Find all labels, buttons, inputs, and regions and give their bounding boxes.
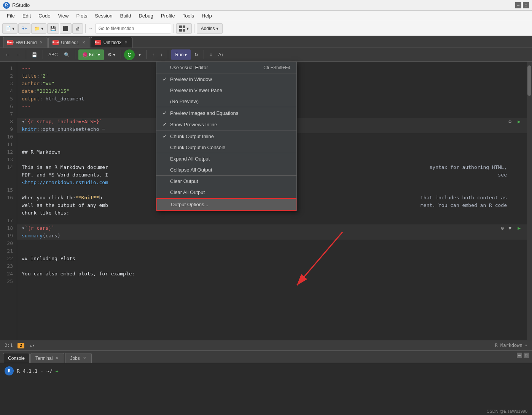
- minimize-bottom-icon[interactable]: ─: [517, 353, 522, 358]
- rmd-icon-hw1: Rmd: [7, 40, 13, 45]
- menu-item-preview-window[interactable]: ✓ Preview in Window: [156, 73, 296, 85]
- knit-label: Knit: [89, 52, 97, 57]
- go-down-button[interactable]: ↓: [158, 49, 165, 60]
- vertical-scrollbar[interactable]: [527, 62, 532, 350]
- open-file-button[interactable]: 📁▾: [31, 23, 46, 34]
- chunk18-gear-icon[interactable]: ⚙: [501, 224, 504, 232]
- tab-untitled1-label: Untitled1: [61, 40, 79, 45]
- menu-help[interactable]: Help: [198, 12, 216, 19]
- goto-input[interactable]: [95, 24, 171, 33]
- save-all-button[interactable]: ⬛: [60, 23, 72, 34]
- terminal-tab-close[interactable]: ✕: [55, 356, 59, 361]
- menu-item-output-options[interactable]: Output Options...: [156, 198, 296, 211]
- settings-gear-icon: ⚙: [108, 52, 112, 57]
- print-button[interactable]: 🖨: [72, 23, 83, 34]
- knit-button[interactable]: 🧶 Knit ▾: [78, 49, 104, 60]
- menu-view[interactable]: View: [54, 12, 72, 19]
- new-project-icon: R+: [21, 26, 27, 31]
- menu-plots[interactable]: Plots: [72, 12, 91, 19]
- find-button[interactable]: 🔍: [62, 49, 72, 60]
- toolbar-separator-3: [194, 24, 194, 33]
- forward-button[interactable]: →: [14, 49, 23, 60]
- editor-toolbar: ← → 💾 ABC 🔍 🧶 Knit ▾ ⚙ ▾ C ▾ ↑ ↓ Run ▾ ↻: [0, 48, 532, 62]
- code-line-24: You can also embed plots, for example:: [22, 270, 522, 278]
- minimize-editor-icon[interactable]: ─: [515, 2, 521, 8]
- menu-label-chunk-output-inline: Chunk Output Inline: [170, 134, 214, 139]
- tab-untitled1[interactable]: Rmd Untitled1 ✕: [48, 37, 90, 48]
- r-console-icon: R: [5, 366, 14, 375]
- bottom-tab-bar: Console Terminal ✕ Jobs ✕ ─ □: [0, 351, 532, 363]
- new-file-button[interactable]: 📄▾: [2, 23, 18, 34]
- menu-item-collapse-all[interactable]: Collapse All Output: [156, 164, 296, 175]
- settings-button[interactable]: ⚙ ▾: [105, 49, 118, 60]
- spellcheck-button[interactable]: ABC: [46, 49, 60, 60]
- menu-item-use-visual-editor[interactable]: Use Visual Editor Ctrl+Shift+F4: [156, 62, 296, 73]
- lines-button[interactable]: ≡: [207, 49, 214, 60]
- bottom-panel: Console Terminal ✕ Jobs ✕ ─ □ R R 4.1.1 …: [0, 350, 532, 415]
- rerun-button[interactable]: ↻: [192, 49, 201, 60]
- console-content: R R 4.1.1 · ~/ →: [0, 363, 532, 378]
- menu-item-preview-viewer-pane[interactable]: Preview in Viewer Pane: [156, 85, 296, 96]
- language-chevron-icon[interactable]: ▾: [525, 343, 527, 348]
- menu-tools[interactable]: Tools: [179, 12, 198, 19]
- new-project-button[interactable]: R+: [18, 23, 30, 34]
- menu-item-clear-all-output[interactable]: Clear All Output: [156, 187, 296, 198]
- maximize-bottom-icon[interactable]: □: [524, 353, 529, 358]
- menu-item-show-previews-inline[interactable]: ✓ Show Previews Inline: [156, 119, 296, 130]
- menu-session[interactable]: Session: [91, 12, 116, 19]
- menu-file[interactable]: File: [3, 12, 19, 19]
- save-button[interactable]: 💾: [47, 23, 59, 34]
- menu-debug[interactable]: Debug: [135, 12, 157, 19]
- run-button[interactable]: Run ▾: [171, 49, 191, 60]
- code-line-18: ▾ `{r cars}` ⚙ ▼ ▶: [17, 224, 527, 232]
- tab-untitled2[interactable]: Rmd Untitled2 ✕: [91, 37, 132, 48]
- menu-label-use-visual-editor: Use Visual Editor: [170, 65, 208, 70]
- menu-item-clear-output[interactable]: Clear Output: [156, 176, 296, 187]
- add-chunk-chevron[interactable]: ▾: [136, 49, 143, 60]
- jobs-tab-close[interactable]: ✕: [82, 356, 87, 361]
- tab-untitled2-close[interactable]: ✕: [124, 40, 128, 45]
- chunk8-gear-icon[interactable]: ⚙: [508, 118, 511, 126]
- attribution-text: CSDN @ElsaWu1998: [486, 409, 527, 413]
- menu-profile[interactable]: Profile: [157, 12, 179, 19]
- menu-item-expand-all[interactable]: Expand All Output: [156, 153, 296, 164]
- menu-edit[interactable]: Edit: [19, 12, 35, 19]
- code-line-22: ## Including Plots: [22, 255, 522, 262]
- go-up-button[interactable]: ↑: [150, 49, 156, 60]
- tab-terminal[interactable]: Terminal ✕: [30, 353, 64, 363]
- menu-item-chunk-output-inline[interactable]: ✓ Chunk Output Inline: [156, 130, 296, 142]
- chunk18-down-icon[interactable]: ▼: [508, 224, 511, 232]
- addins-label: Addins: [201, 26, 215, 31]
- menu-label-expand-all: Expand All Output: [170, 156, 210, 162]
- format-button[interactable]: A↕: [216, 49, 226, 60]
- menu-code[interactable]: Code: [35, 12, 54, 19]
- chunk8-run-icon[interactable]: ▶: [518, 118, 521, 126]
- r-logo-icon: R: [3, 2, 10, 9]
- tab-console[interactable]: Console: [3, 353, 30, 363]
- workspace-layout-button[interactable]: ▾: [176, 23, 192, 34]
- addins-button[interactable]: Addins ▾: [197, 23, 223, 34]
- menu-item-preview-images[interactable]: ✓ Preview Images and Equations: [156, 107, 296, 119]
- menu-label-clear-all-output: Clear All Output: [170, 189, 205, 195]
- menu-build[interactable]: Build: [116, 12, 135, 19]
- chunk18-run-icon[interactable]: ▶: [518, 224, 521, 232]
- knit-chevron-icon: ▾: [98, 52, 100, 57]
- tab-jobs[interactable]: Jobs ✕: [65, 353, 91, 363]
- menu-section-visual: Use Visual Editor Ctrl+Shift+F4: [156, 62, 296, 73]
- tab-hw1rmd[interactable]: Rmd HW1.Rmd ✕: [3, 37, 48, 48]
- save-doc-button[interactable]: 💾: [29, 49, 40, 60]
- code-line-19: summary(cars): [17, 232, 527, 240]
- run-chevron-icon: ▾: [185, 52, 187, 57]
- check-show-previews-inline: ✓: [162, 121, 170, 127]
- menu-label-preview-window: Preview in Window: [170, 76, 212, 82]
- settings-chevron-icon: ▾: [113, 52, 115, 57]
- menu-item-chunk-output-console[interactable]: Chunk Output in Console: [156, 142, 296, 153]
- back-button[interactable]: ←: [3, 49, 12, 60]
- add-chunk-button[interactable]: C: [124, 49, 135, 60]
- editor-toolbar-sep4: [121, 50, 121, 59]
- tab-untitled1-close[interactable]: ✕: [81, 40, 86, 45]
- tab-hw1rmd-close[interactable]: ✕: [39, 40, 43, 45]
- menu-item-no-preview[interactable]: (No Preview): [156, 96, 296, 107]
- scroll-thumb[interactable]: [527, 65, 531, 96]
- maximize-editor-icon[interactable]: □: [523, 2, 529, 8]
